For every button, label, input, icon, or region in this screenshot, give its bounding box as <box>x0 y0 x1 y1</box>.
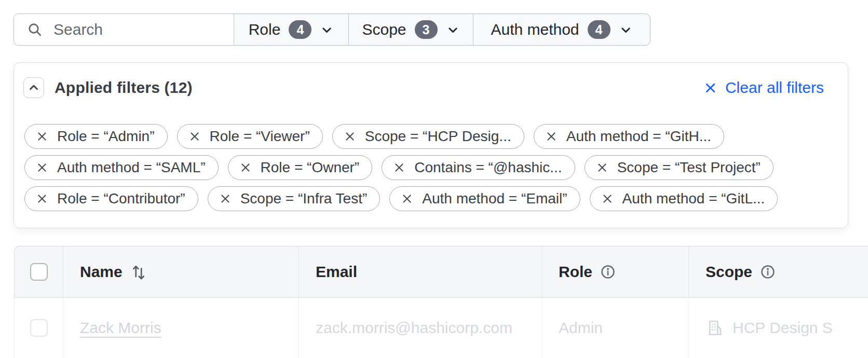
scope-cell: HCP Design S <box>689 298 868 358</box>
filter-pill-label: Role = “Admin” <box>57 128 155 145</box>
scope-filter-label: Scope <box>362 21 406 38</box>
search-icon <box>26 21 43 38</box>
chevron-down-icon <box>619 23 633 37</box>
x-icon <box>36 161 48 174</box>
select-all-cell <box>15 246 63 297</box>
filter-pill-scope-infra-test[interactable]: Scope = “Infra Test” <box>208 186 381 211</box>
filter-pill-label: Contains = “@hashic... <box>414 159 562 176</box>
row-select-cell <box>15 298 63 358</box>
chevron-up-icon <box>27 81 40 94</box>
x-icon <box>545 130 558 143</box>
filter-pill-label: Auth method = “SAML” <box>57 159 206 176</box>
applied-filters-title: Applied filters (12) <box>55 79 193 97</box>
applied-filters-header: Applied filters (12) Clear all filters <box>14 63 848 98</box>
row-checkbox[interactable] <box>30 319 48 337</box>
filter-pill-row: Role = “Contributor” Scope = “Infra Test… <box>24 186 837 211</box>
member-role: Admin <box>559 319 603 337</box>
x-icon <box>219 192 232 205</box>
x-icon <box>401 192 413 205</box>
email-cell: zack.morris@hashicorp.com <box>299 298 542 358</box>
members-table: Name Email Role Scope Zack Morris <box>14 246 868 358</box>
filter-pill-scope-hcp-design[interactable]: Scope = “HCP Desig... <box>332 124 524 149</box>
x-icon <box>393 161 405 174</box>
member-scope: HCP Design S <box>733 319 833 337</box>
column-header-role-label: Role <box>559 263 592 281</box>
column-header-email: Email <box>299 246 542 297</box>
filter-pill-role-admin[interactable]: Role = “Admin” <box>24 124 168 149</box>
auth-method-filter-label: Auth method <box>491 21 579 38</box>
column-header-scope: Scope <box>689 246 868 297</box>
x-icon <box>344 130 356 143</box>
role-filter-dropdown[interactable]: Role 4 <box>234 14 349 45</box>
x-icon <box>36 130 48 143</box>
applied-filters-panel: Applied filters (12) Clear all filters R… <box>13 62 848 228</box>
filter-pill-label: Scope = “HCP Desig... <box>365 128 511 145</box>
filter-pill-row: Auth method = “SAML” Role = “Owner” Cont… <box>24 155 837 180</box>
table-header-row: Name Email Role Scope <box>14 246 868 298</box>
search-field[interactable] <box>14 14 234 45</box>
auth-method-filter-count-badge: 4 <box>588 20 611 39</box>
filter-pill-role-contributor[interactable]: Role = “Contributor” <box>24 186 198 211</box>
filter-pill-label: Auth method = “Email” <box>422 190 567 207</box>
x-icon <box>36 192 48 205</box>
filter-pill-role-owner[interactable]: Role = “Owner” <box>228 155 373 180</box>
filter-pill-role-viewer[interactable]: Role = “Viewer” <box>177 124 323 149</box>
collapse-filters-button[interactable] <box>23 77 44 98</box>
x-icon <box>239 161 252 174</box>
chevron-down-icon <box>320 23 334 37</box>
x-icon <box>601 192 614 205</box>
member-name-link[interactable]: Zack Morris <box>80 319 161 337</box>
column-header-name-label: Name <box>80 263 123 281</box>
search-input[interactable] <box>53 21 234 38</box>
scope-filter-dropdown[interactable]: Scope 3 <box>349 14 473 45</box>
filter-pill-label: Auth method = “GitL... <box>622 190 765 207</box>
filter-pill-label: Scope = “Test Project” <box>617 159 761 176</box>
x-icon <box>703 81 717 95</box>
sort-arrows-icon[interactable] <box>130 263 147 281</box>
filter-pill-auth-saml[interactable]: Auth method = “SAML” <box>24 155 219 180</box>
filter-pill-label: Role = “Viewer” <box>210 128 310 145</box>
filter-pill-auth-email[interactable]: Auth method = “Email” <box>389 186 580 211</box>
table-row: Zack Morris zack.morris@hashicorp.com Ad… <box>14 298 868 358</box>
building-icon <box>706 319 724 337</box>
column-header-role: Role <box>542 246 689 297</box>
chevron-down-icon <box>446 23 460 37</box>
role-filter-count-badge: 4 <box>289 20 311 39</box>
clear-all-filters-button[interactable]: Clear all filters <box>703 79 824 97</box>
select-all-checkbox[interactable] <box>30 263 48 281</box>
filter-pill-contains-hashicorp[interactable]: Contains = “@hashic... <box>382 155 575 180</box>
name-cell: Zack Morris <box>63 298 299 358</box>
clear-all-filters-label: Clear all filters <box>725 79 824 97</box>
filter-pill-auth-github[interactable]: Auth method = “GitH... <box>534 124 724 149</box>
member-email: zack.morris@hashicorp.com <box>316 319 512 337</box>
filter-pill-row: Role = “Admin” Role = “Viewer” Scope = “… <box>24 124 837 149</box>
filter-pill-label: Auth method = “GitH... <box>566 128 711 145</box>
filter-pills: Role = “Admin” Role = “Viewer” Scope = “… <box>14 124 848 211</box>
column-header-email-label: Email <box>316 263 357 281</box>
members-filter-page: { "toolbar": { "search": { "placeholder"… <box>0 0 868 358</box>
filter-pill-label: Role = “Owner” <box>261 159 360 176</box>
column-header-scope-label: Scope <box>706 263 752 281</box>
role-filter-label: Role <box>249 21 281 38</box>
column-header-name[interactable]: Name <box>63 246 299 297</box>
search-and-filter-bar: Role 4 Scope 3 Auth method 4 <box>13 13 650 46</box>
info-circle-icon[interactable] <box>600 264 616 280</box>
x-icon <box>188 130 201 143</box>
filter-pill-label: Role = “Contributor” <box>57 190 185 207</box>
filter-pill-auth-gitlab[interactable]: Auth method = “GitL... <box>590 186 778 211</box>
info-circle-icon[interactable] <box>760 264 776 280</box>
scope-filter-count-badge: 3 <box>415 20 438 39</box>
auth-method-filter-dropdown[interactable]: Auth method 4 <box>473 14 650 45</box>
x-icon <box>596 161 608 174</box>
filter-pill-scope-test-project[interactable]: Scope = “Test Project” <box>585 155 774 180</box>
filter-pill-label: Scope = “Infra Test” <box>240 190 368 207</box>
role-cell: Admin <box>542 298 689 358</box>
